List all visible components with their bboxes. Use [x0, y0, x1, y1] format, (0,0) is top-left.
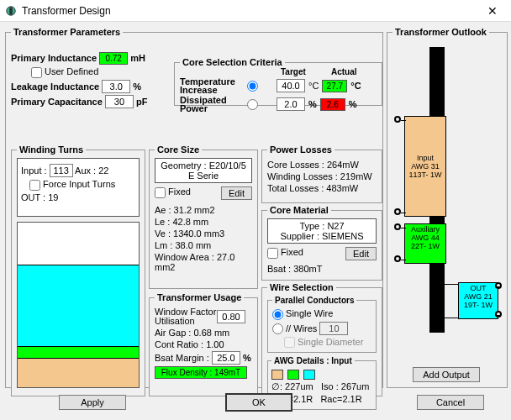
total-losses: Total Losses : 483mW: [267, 183, 358, 193]
primary-inductance-unit: mH: [130, 53, 145, 63]
primary-inductance-value: 0.72: [99, 52, 128, 65]
params-legend: Transformer Parameters: [11, 27, 123, 37]
core-losses: Core Losses : 264mW: [267, 160, 359, 170]
diss-actual: 2.6: [320, 98, 345, 111]
user-defined-checkbox[interactable]: [31, 67, 42, 78]
losses-legend: Power Losses: [267, 144, 335, 155]
flux-density: Flux Density : 149mT: [155, 366, 247, 379]
parallel-wires-radio[interactable]: [272, 323, 283, 334]
cont-ratio: Cont Ratio : 1.00: [155, 339, 224, 349]
svg-rect-1: [9, 7, 13, 14]
geometry: Geometry : E20/10/5: [157, 160, 250, 171]
temp-unit2: °C: [350, 81, 361, 91]
coresize-legend: Core Size: [155, 144, 202, 155]
close-button[interactable]: ✕: [481, 4, 504, 18]
winding-losses: Winding Losses : 219mW: [267, 171, 372, 181]
material-type: Type : N27: [270, 221, 374, 231]
window-area: Window Area : 27.0 mm2: [155, 252, 234, 272]
aux-turns: Aux : 22: [75, 165, 108, 176]
leakage-unit: %: [133, 81, 141, 92]
diss-target-input[interactable]: [277, 97, 305, 111]
transformer-usage-group: Transformer Usage Window Factor Utilisat…: [149, 292, 258, 396]
primary-inductance-label: Primary Inductance: [11, 53, 97, 63]
force-input-label: Force Input Turns: [43, 179, 115, 189]
coresize-edit-button[interactable]: Edit: [221, 186, 252, 200]
cancel-button[interactable]: Cancel: [417, 395, 484, 410]
core-selection-group: Core Selection Criteria Target Actual Te…: [174, 57, 382, 106]
awg-diam: ∅: 227um: [271, 381, 313, 391]
titlebar: Transformer Design ✕: [0, 0, 511, 22]
leakage-label: Leakage Inductance: [11, 81, 99, 92]
diss-radio[interactable]: [247, 99, 258, 110]
le: Le : 42.8 mm: [155, 217, 208, 227]
app-icon: [5, 5, 17, 17]
material-legend: Core Material: [267, 205, 331, 215]
force-input-checkbox[interactable]: [29, 180, 40, 191]
bsat-margin-input[interactable]: [212, 351, 240, 365]
outlook-legend: Transformer Outlook: [392, 27, 489, 37]
input-turns-input[interactable]: [50, 164, 73, 177]
bsat: Bsat : 380mT: [267, 264, 322, 274]
capacitance-label: Primary Capacitance: [11, 97, 103, 107]
outlook-diagram: Input AWG 31 113T- 1W Auxiliary AWG 44 2…: [392, 40, 502, 360]
ok-button[interactable]: OK: [225, 393, 292, 412]
wires-input[interactable]: [319, 322, 348, 335]
temp-radio[interactable]: [247, 81, 258, 92]
swatch-aux[interactable]: [287, 370, 299, 380]
swatch-input[interactable]: [271, 370, 283, 380]
power-losses-group: Power Losses Core Losses : 264mW Winding…: [261, 144, 382, 203]
core-size-group: Core Size Geometry : E20/10/5 E Serie Fi…: [149, 144, 258, 289]
input-turns-label: Input :: [21, 165, 47, 176]
actual-header: Actual: [331, 67, 357, 76]
temp-target-input[interactable]: [277, 79, 305, 92]
wire-legend: Wire Selection: [267, 282, 336, 292]
ve: Ve : 1340.0 mm3: [155, 228, 224, 239]
serie: E Serie: [157, 171, 250, 181]
temp-unit1: °C: [308, 81, 319, 91]
bsat-margin-label: Bsat Margin :: [155, 353, 209, 363]
material-fixed-checkbox[interactable]: [267, 248, 278, 259]
coresize-fixed-checkbox[interactable]: [155, 187, 166, 198]
aux-winding[interactable]: Auxiliary AWG 44 22T- 1W: [404, 223, 446, 264]
leakage-input[interactable]: [102, 80, 130, 93]
winding-diagram: [17, 222, 140, 388]
single-diam-label: Single Diameter: [298, 337, 363, 347]
diss-label: Dissipated Power: [180, 96, 244, 113]
winding-legend: Winding Turns: [17, 144, 86, 155]
swatch-out[interactable]: [303, 370, 315, 380]
core-material-group: Core Material Type : N27 Supplier : SIEM…: [261, 205, 382, 281]
diss-unit1: %: [308, 99, 317, 109]
material-supplier: Supplier : SIEMENS: [270, 231, 374, 241]
wires-label: // Wires: [286, 323, 317, 333]
material-fixed-label: Fixed: [281, 247, 303, 257]
temp-actual: 27.7: [322, 80, 347, 92]
add-output-button[interactable]: Add Output: [413, 367, 480, 382]
wfu-input[interactable]: [217, 310, 245, 323]
ae: Ae : 31.2 mm2: [155, 205, 215, 215]
awg-legend: AWG Details : Input: [271, 356, 355, 365]
material-edit-button[interactable]: Edit: [345, 247, 377, 260]
single-diam-checkbox: [284, 337, 295, 348]
core-sel-legend: Core Selection Criteria: [180, 57, 285, 67]
lm: Lm : 38.0 mm: [155, 240, 211, 250]
winding-turns-group: Winding Turns Input : Aux : 22 Force Inp…: [11, 144, 145, 396]
pc-legend: Parallel Conductors: [272, 296, 356, 305]
wfu-label: Window Factor Utilisation: [155, 307, 217, 326]
bsat-unit: %: [243, 353, 251, 363]
transformer-outlook-group: Transformer Outlook Input AWG 31 113T- 1…: [387, 27, 508, 388]
capacitance-unit: pF: [136, 97, 147, 107]
out-winding[interactable]: OUT AWG 21 19T- 1W: [458, 282, 498, 319]
single-wire-label: Single Wire: [286, 308, 333, 318]
temp-label: Temperature Increase: [180, 77, 244, 94]
awg-iso: Iso : 267um: [321, 381, 369, 391]
apply-button[interactable]: Apply: [59, 395, 126, 410]
window-title: Transformer Design: [22, 5, 481, 17]
transformer-parameters-group: Transformer Parameters Primary Inductanc…: [5, 27, 383, 388]
input-winding[interactable]: Input AWG 31 113T- 1W: [404, 116, 446, 217]
usage-legend: Transformer Usage: [155, 292, 244, 302]
capacitance-input[interactable]: [105, 95, 134, 108]
awg-swatches: [271, 369, 372, 380]
single-wire-radio[interactable]: [272, 309, 283, 320]
wire-selection-group: Wire Selection Parallel Conductors Singl…: [261, 282, 382, 396]
out-turns: OUT : 19: [21, 192, 58, 202]
